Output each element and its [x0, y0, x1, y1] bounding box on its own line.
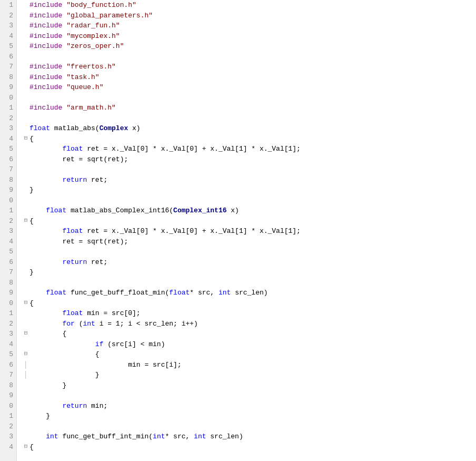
- token-fn: func_get_buff_float_min: [71, 289, 165, 297]
- code-text: [29, 52, 476, 62]
- token-kw: int: [46, 433, 58, 440]
- line-number: 7: [3, 62, 13, 72]
- line-number: 6: [3, 52, 13, 62]
- token-kw: int: [219, 289, 231, 297]
- code-line: #include "arm_math.h": [22, 103, 476, 113]
- code-line: ⊟ {: [22, 329, 476, 339]
- token-plain: x): [128, 124, 140, 132]
- code-text: {: [29, 442, 476, 453]
- line-number: 6: [3, 154, 13, 165]
- token-plain: src_len): [206, 433, 243, 440]
- code-line: return ret;: [22, 257, 476, 268]
- line-number: 0: [3, 93, 13, 103]
- token-kw: float: [62, 227, 83, 235]
- fold-marker[interactable]: ⊟: [22, 216, 29, 225]
- code-text: ret = sqrt(ret);: [29, 237, 476, 247]
- line-number: 2: [3, 319, 13, 329]
- fold-marker[interactable]: ⊟: [22, 329, 29, 338]
- fold-marker[interactable]: ⊟: [22, 298, 29, 307]
- code-text: [29, 195, 476, 206]
- code-text: float min = src[0];: [29, 308, 476, 319]
- line-number: 8: [3, 380, 13, 391]
- code-line: [22, 278, 476, 288]
- token-str: "task.h": [66, 73, 99, 81]
- token-plain: [29, 289, 46, 297]
- token-plain: [29, 176, 62, 184]
- fold-marker[interactable]: │: [22, 360, 29, 370]
- line-number: 2: [3, 216, 13, 227]
- token-plain: }: [29, 186, 34, 194]
- code-content[interactable]: #include "body_function.h"#include "glob…: [17, 0, 476, 461]
- token-plain: }: [29, 412, 50, 420]
- code-line: #include "queue.h": [22, 82, 476, 93]
- line-number: 9: [3, 288, 13, 298]
- code-text: float func_get_buff_float_min(float* src…: [29, 288, 476, 298]
- token-kw: float: [46, 289, 66, 297]
- token-kw: int: [194, 433, 206, 440]
- line-number: 5: [3, 144, 13, 154]
- line-number: 0: [3, 401, 13, 411]
- token-plain: ret;: [87, 258, 107, 266]
- code-text: min = src[i];: [29, 360, 476, 370]
- token-pp: #include: [29, 1, 62, 9]
- token-plain: i = 1; i < src_len; i++): [95, 320, 198, 328]
- line-number-gutter: 1234567890123456789012345678901234567890…: [0, 0, 17, 461]
- line-number: 4: [3, 442, 13, 453]
- token-str: "body_function.h": [66, 1, 136, 9]
- code-text: if (src[i] < min): [29, 339, 476, 350]
- code-text: }: [29, 380, 476, 391]
- line-number: 1: [3, 308, 13, 319]
- token-plain: (: [148, 433, 153, 440]
- token-fn: matlab_abs: [54, 124, 95, 132]
- code-line: float min = src[0];: [22, 308, 476, 319]
- line-number: 9: [3, 185, 13, 195]
- code-text: {: [29, 216, 476, 227]
- code-line: float func_get_buff_float_min(float* src…: [22, 288, 476, 298]
- token-str: "queue.h": [66, 83, 103, 91]
- line-number: 4: [3, 339, 13, 350]
- token-plain: {: [29, 443, 34, 451]
- code-text: int func_get_buff_int_min(int* src, int …: [29, 431, 476, 442]
- fold-marker[interactable]: │: [22, 370, 29, 380]
- token-plain: [66, 289, 71, 297]
- token-kw: float: [46, 207, 66, 214]
- code-line: }: [22, 267, 476, 278]
- fold-marker[interactable]: ⊟: [22, 349, 29, 358]
- line-number: 2: [3, 113, 13, 124]
- code-line: return ret;: [22, 175, 476, 185]
- token-plain: ret = x._Val[0] * x._Val[0] + x._Val[1] …: [83, 145, 300, 153]
- token-plain: (: [169, 207, 173, 214]
- line-number: 1: [3, 205, 13, 216]
- line-number: 1: [3, 411, 13, 421]
- token-str: "zeros_oper.h": [66, 42, 124, 50]
- token-plain: {: [29, 330, 66, 338]
- code-line: │ }: [22, 370, 476, 380]
- token-kw: float: [169, 289, 190, 297]
- token-plain: {: [29, 299, 34, 307]
- code-text: }: [29, 185, 476, 195]
- code-text: return ret;: [29, 175, 476, 185]
- fold-marker[interactable]: ⊟: [22, 134, 29, 143]
- token-kw: float: [62, 309, 83, 317]
- token-str: "arm_math.h": [66, 104, 116, 112]
- token-plain: }: [29, 268, 34, 276]
- line-number: 3: [3, 21, 13, 31]
- token-fn: func_get_buff_int_min: [62, 433, 148, 440]
- line-number: 2: [3, 11, 13, 21]
- code-line: #include "global_parameters.h": [22, 11, 476, 21]
- code-line: for (int i = 1; i < src_len; i++): [22, 319, 476, 329]
- code-text: #include "body_function.h": [29, 0, 476, 11]
- token-plain: [29, 309, 62, 317]
- line-number: 5: [3, 349, 13, 360]
- token-plain: (: [75, 320, 83, 328]
- line-number: 8: [3, 278, 13, 288]
- line-number: 4: [3, 237, 13, 247]
- line-number: 8: [3, 175, 13, 185]
- code-line: [22, 247, 476, 257]
- line-number: 5: [3, 247, 13, 257]
- code-text: }: [29, 411, 476, 421]
- token-pp: #include: [29, 63, 62, 71]
- line-number: 7: [3, 267, 13, 278]
- line-number: 4: [3, 134, 13, 144]
- fold-marker[interactable]: ⊟: [22, 442, 29, 451]
